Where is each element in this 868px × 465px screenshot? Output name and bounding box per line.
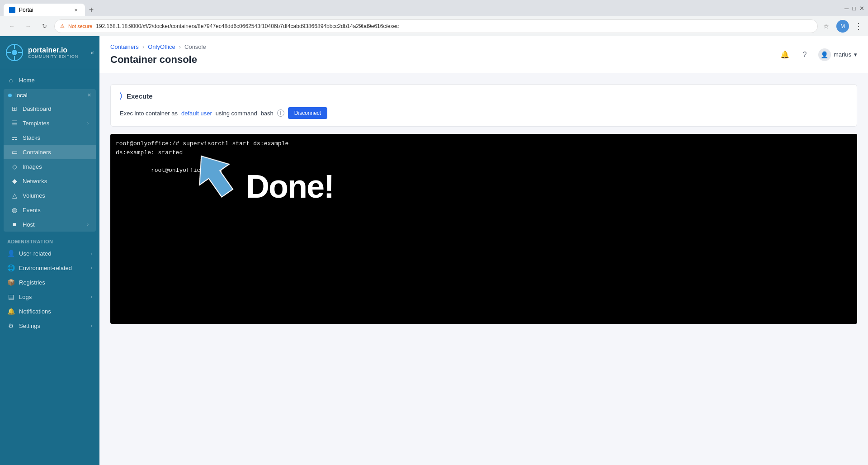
bookmark-button[interactable]: ☆: [823, 23, 829, 30]
sidebar-item-user-related[interactable]: 👤 User-related ›: [0, 246, 99, 261]
logs-icon: ▤: [7, 293, 14, 300]
exec-using-label: using command: [216, 110, 257, 117]
breadcrumb-sep1: ›: [142, 43, 144, 50]
browser-nav: ← → ↻ ⚠ Not secure 192.168.1.18:9000/#!/…: [0, 16, 868, 36]
disconnect-button[interactable]: Disconnect: [288, 107, 327, 119]
breadcrumb-containers-link[interactable]: Containers: [110, 43, 139, 50]
sidebar-env-related-label: Environment-related: [19, 265, 86, 271]
sidebar-logs-label: Logs: [19, 294, 86, 300]
admin-section-label: Administration: [0, 233, 99, 246]
sidebar: portainer.io COMMUNITY EDITION « ⌂ Home …: [0, 36, 99, 465]
registries-icon: 📦: [7, 279, 14, 286]
reload-button[interactable]: ↻: [38, 20, 51, 33]
user-avatar: 👤: [818, 48, 831, 61]
sidebar-images-label: Images: [23, 163, 89, 170]
sidebar-item-dashboard[interactable]: ⊞ Dashboard: [4, 101, 96, 116]
execute-title: Execute: [127, 92, 153, 100]
sidebar-item-images[interactable]: ◇ Images: [4, 159, 96, 174]
notifications-bell-button[interactable]: 🔔: [778, 48, 791, 61]
sidebar-stacks-label: Stacks: [23, 134, 89, 141]
breadcrumb-console: Console: [184, 43, 206, 50]
restore-button[interactable]: □: [852, 5, 856, 12]
sidebar-item-templates[interactable]: ☰ Templates ›: [4, 116, 96, 130]
forward-button[interactable]: →: [22, 20, 34, 33]
settings-arrow-icon: ›: [91, 323, 92, 328]
user-related-icon: 👤: [7, 250, 14, 257]
sidebar-item-host[interactable]: ■ Host ›: [4, 217, 96, 232]
url-text: 192.168.1.18:9000/#!/2/docker/containers…: [96, 23, 812, 29]
new-tab-button[interactable]: +: [85, 4, 98, 16]
sidebar-env-close[interactable]: ✕: [87, 92, 91, 98]
terminal-line-1: root@onlyoffice:/# supervisorctl start d…: [116, 139, 852, 148]
user-related-arrow-icon: ›: [91, 251, 92, 256]
execute-chevron-icon: 〉: [120, 92, 122, 100]
page-title: Container console: [110, 54, 206, 66]
breadcrumb-onlyoffice-link[interactable]: OnlyOffice: [148, 43, 175, 50]
minimize-button[interactable]: ─: [844, 5, 849, 12]
exec-into-label: Exec into container as: [120, 110, 178, 117]
arrow-annotation-svg: [178, 147, 250, 202]
exec-info-icon[interactable]: i: [277, 109, 284, 117]
header-actions: 🔔 ? 👤 marius ▾: [778, 48, 857, 61]
environment-icon: 🌐: [7, 264, 14, 271]
address-bar[interactable]: ⚠ Not secure 192.168.1.18:9000/#!/2/dock…: [54, 19, 818, 33]
browser-chrome: Portai ✕ + ─ □ ✕: [0, 0, 868, 16]
containers-icon: ▭: [11, 148, 18, 156]
tab-favicon: [9, 7, 15, 13]
logo-text: portainer.io COMMUNITY EDITION: [28, 46, 78, 59]
sidebar-dashboard-label: Dashboard: [23, 105, 89, 112]
sidebar-item-stacks[interactable]: ⚎ Stacks: [4, 130, 96, 145]
user-dropdown-arrow: ▾: [854, 51, 857, 58]
tab-title: Portai: [19, 7, 69, 13]
sidebar-env-header: local ✕: [4, 89, 96, 101]
logo-sub-text: COMMUNITY EDITION: [28, 54, 78, 59]
exec-command-row: Exec into container as default user usin…: [120, 107, 848, 119]
settings-icon: ⚙: [7, 322, 14, 329]
back-button[interactable]: ←: [5, 20, 18, 33]
sidebar-host-label: Host: [23, 221, 83, 228]
sidebar-item-settings[interactable]: ⚙ Settings ›: [0, 318, 99, 333]
host-icon: ■: [11, 221, 18, 228]
sidebar-item-registries[interactable]: 📦 Registries: [0, 275, 99, 289]
profile-button[interactable]: M: [836, 20, 849, 33]
security-label: Not secure: [68, 24, 92, 29]
app-container: portainer.io COMMUNITY EDITION « ⌂ Home …: [0, 36, 868, 465]
main-content: Containers › OnlyOffice › Console Contai…: [99, 36, 868, 465]
tab-close-button[interactable]: ✕: [72, 6, 80, 14]
user-menu[interactable]: 👤 marius ▾: [818, 48, 857, 61]
header-left: Containers › OnlyOffice › Console Contai…: [110, 43, 206, 66]
sidebar-item-containers[interactable]: ▭ Containers: [4, 145, 96, 159]
sidebar-item-notifications[interactable]: 🔔 Notifications: [0, 304, 99, 318]
security-icon: ⚠: [60, 23, 65, 29]
sidebar-item-home[interactable]: ⌂ Home: [0, 73, 99, 87]
templates-arrow-icon: ›: [87, 121, 89, 126]
sidebar-item-volumes[interactable]: △ Volumes: [4, 188, 96, 203]
sidebar-templates-label: Templates: [23, 120, 83, 127]
terminal-window[interactable]: root@onlyoffice:/# supervisorctl start d…: [110, 134, 857, 324]
stacks-icon: ⚎: [11, 134, 18, 141]
help-button[interactable]: ?: [798, 48, 811, 61]
sidebar-notifications-label: Notifications: [19, 308, 92, 315]
sidebar-toggle-button[interactable]: «: [90, 49, 94, 56]
content-area: 〉 Execute Exec into container as default…: [99, 73, 868, 335]
username-label: marius: [834, 51, 851, 58]
more-options-button[interactable]: ⋮: [854, 21, 863, 31]
sidebar-item-networks[interactable]: ◆ Networks: [4, 174, 96, 188]
exec-command-value: bash: [261, 110, 274, 117]
logs-arrow-icon: ›: [91, 294, 92, 299]
sidebar-registries-label: Registries: [19, 279, 92, 286]
exec-default-keyword: default user: [181, 110, 212, 117]
execute-card: 〉 Execute Exec into container as default…: [110, 84, 857, 127]
sidebar-item-environment-related[interactable]: 🌐 Environment-related ›: [0, 261, 99, 275]
close-window-button[interactable]: ✕: [859, 5, 864, 12]
browser-tab-active[interactable]: Portai ✕: [4, 4, 85, 16]
sidebar-item-events[interactable]: ◍ Events: [4, 203, 96, 217]
sidebar-item-logs[interactable]: ▤ Logs ›: [0, 289, 99, 304]
sidebar-events-label: Events: [23, 207, 89, 214]
notifications-icon: 🔔: [7, 308, 14, 315]
host-arrow-icon: ›: [87, 222, 89, 227]
sidebar-networks-label: Networks: [23, 178, 89, 185]
sidebar-nav: ⌂ Home local ✕ ⊞ Dashboard ☰ Templates ›: [0, 69, 99, 465]
images-icon: ◇: [11, 163, 18, 170]
env-status-dot: [8, 94, 12, 97]
